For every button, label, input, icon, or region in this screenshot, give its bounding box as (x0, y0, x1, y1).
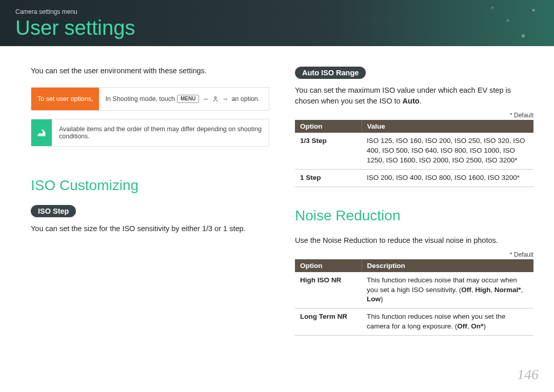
arrow-icon: → (222, 95, 229, 102)
auto-iso-body: You can set the maximum ISO value under … (295, 85, 533, 107)
pill-iso-step: ISO Step (31, 205, 76, 217)
breadcrumb: Camera settings menu (15, 8, 539, 15)
table-row: High ISO NRThis function reduces noise t… (295, 272, 533, 308)
pill-auto-iso-range: Auto ISO Range (295, 67, 366, 79)
note-callout: Available items and the order of them ma… (31, 119, 269, 147)
default-note: * Default (295, 251, 533, 258)
left-column: You can set the user environment with th… (31, 67, 269, 336)
table-row: 1 Step ISO 200, ISO 400, ISO 800, ISO 16… (295, 169, 533, 187)
noise-reduction-table: Option Description High ISO NRThis funct… (295, 259, 533, 336)
th-description: Description (362, 259, 533, 272)
text: . (420, 97, 422, 105)
arrow-icon: → (202, 95, 209, 102)
cell-description: This function reduces noise when you set… (362, 308, 533, 336)
cell-value: ISO 200, ISO 400, ISO 800, ISO 1600, ISO… (362, 169, 533, 187)
content-area: You can set the user environment with th… (0, 46, 554, 336)
page-number: 146 (517, 366, 539, 383)
auto-iso-table: Option Value 1/3 Step ISO 125, ISO 160, … (295, 120, 533, 187)
person-icon (212, 95, 219, 102)
th-option: Option (295, 259, 362, 272)
cell-description: This function reduces noise that may occ… (362, 272, 533, 308)
callout-label: To set user options, (31, 88, 99, 110)
cell-option: 1 Step (295, 169, 362, 187)
callout-body: In Shooting mode, touch MENU → → an opti… (99, 88, 266, 110)
th-value: Value (362, 120, 533, 133)
noise-reduction-body: Use the Noise Reduction to reduce the vi… (295, 235, 533, 246)
section-noise-reduction: Noise Reduction (295, 208, 533, 224)
cell-option: 1/3 Step (295, 133, 362, 169)
section-iso-customizing: ISO Customizing (31, 177, 269, 194)
cell-value: ISO 125, ISO 160, ISO 200, ISO 250, ISO … (362, 133, 533, 169)
menu-chip: MENU (177, 95, 199, 103)
callout-suffix: an option. (231, 95, 260, 102)
right-column: Auto ISO Range You can set the maximum I… (295, 67, 533, 336)
cell-option: Long Term NR (295, 308, 362, 336)
svg-point-0 (214, 97, 216, 99)
callout-prefix: In Shooting mode, touch (105, 95, 175, 102)
th-option: Option (295, 120, 362, 133)
instruction-callout: To set user options, In Shooting mode, t… (31, 87, 269, 111)
text-bold: Auto (403, 97, 420, 105)
default-note: * Default (295, 112, 533, 119)
table-row: 1/3 Step ISO 125, ISO 160, ISO 200, ISO … (295, 133, 533, 169)
intro-text: You can set the user environment with th… (31, 67, 269, 75)
note-icon (31, 119, 52, 146)
table-row: Long Term NRThis function reduces noise … (295, 308, 533, 336)
page-header: Camera settings menu User settings (0, 0, 554, 46)
cell-option: High ISO NR (295, 272, 362, 308)
page-title: User settings (15, 16, 539, 39)
note-text: Available items and the order of them ma… (52, 119, 269, 146)
iso-step-body: You can set the size for the ISO sensiti… (31, 223, 269, 234)
